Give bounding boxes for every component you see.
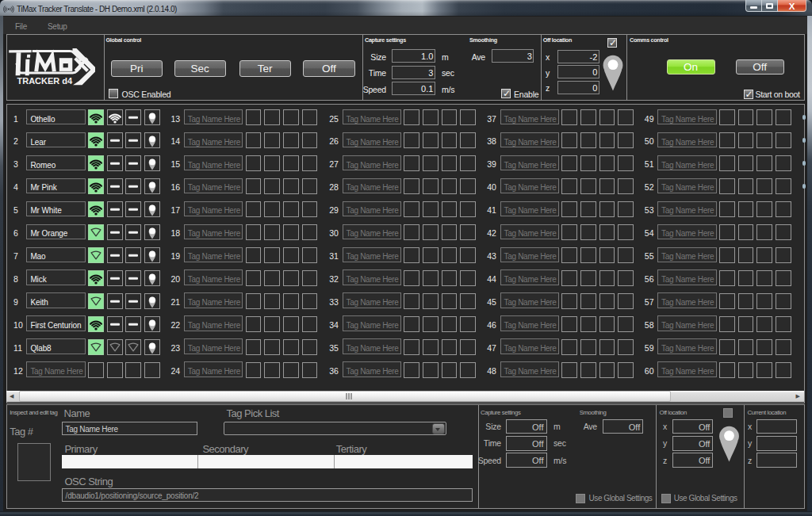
svg-text:TRACKER d4: TRACKER d4 xyxy=(17,76,74,86)
